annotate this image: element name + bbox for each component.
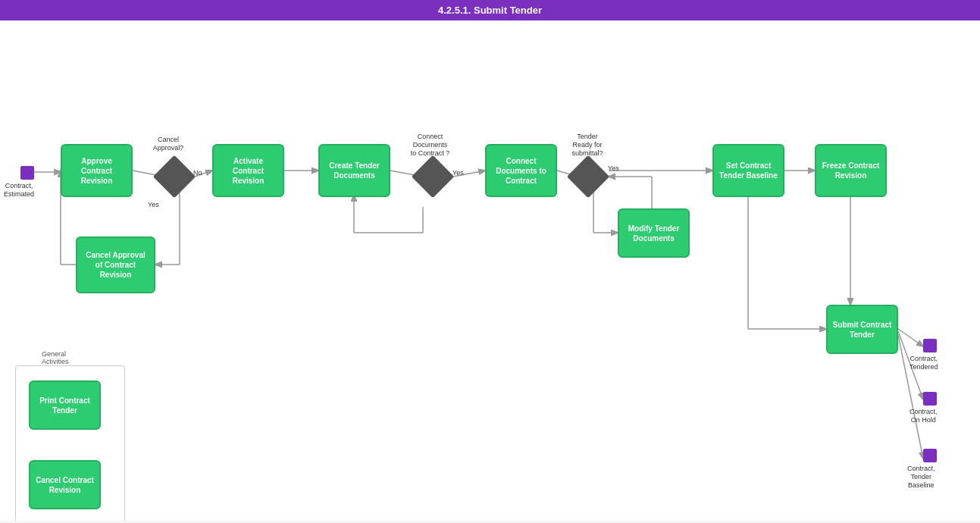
tender-ready-question: TenderReady forsubmittal? — [561, 133, 614, 157]
start-state-label: Contract,Estimated — [4, 182, 34, 199]
yes-label-3: Yes — [608, 164, 619, 172]
yes-label-2: Yes — [452, 169, 464, 177]
baseline-state — [923, 449, 937, 462]
no-label-1: No — [193, 169, 202, 177]
freeze-node[interactable]: Freeze ContractRevision — [815, 144, 887, 197]
baseline-label: Contract,TenderBaseline — [907, 465, 935, 489]
start-state — [20, 166, 34, 180]
svg-line-21 — [898, 329, 923, 346]
tendered-label: Contract,Tendered — [910, 355, 938, 371]
general-activities-title: GeneralActivities — [42, 350, 69, 365]
submit-tender-node[interactable]: Submit ContractTender — [826, 305, 898, 354]
yes-label-1: Yes — [148, 201, 159, 208]
connect-docs-question: ConnectDocumentsto Contract ? — [402, 133, 459, 157]
print-tender-node[interactable]: Print ContractTender — [29, 381, 101, 430]
set-baseline-node[interactable]: Set ContractTender Baseline — [712, 144, 784, 197]
header-title: 4.2.5.1. Submit Tender — [438, 5, 542, 16]
cancel-approval-node[interactable]: Cancel Approvalof ContractRevision — [76, 236, 155, 293]
modify-tender-node[interactable]: Modify TenderDocuments — [618, 208, 690, 258]
canvas: Contract,Estimated ApproveContractRevisi… — [0, 20, 980, 521]
onhold-label: Contract,On Hold — [910, 408, 938, 424]
cancel-approval-question: CancelApproval? — [146, 136, 191, 152]
create-tender-node[interactable]: Create TenderDocuments — [318, 144, 390, 197]
header: 4.2.5.1. Submit Tender — [0, 0, 980, 20]
approve-node[interactable]: ApproveContractRevision — [61, 144, 133, 197]
activate-node[interactable]: ActivateContractRevision — [212, 144, 284, 197]
svg-line-23 — [898, 335, 923, 459]
onhold-state — [923, 392, 937, 406]
cancel-revision-node[interactable]: Cancel ContractRevision — [29, 460, 101, 509]
connect-docs-node[interactable]: ConnectDocuments toContract — [485, 144, 557, 197]
tendered-state — [923, 339, 937, 352]
